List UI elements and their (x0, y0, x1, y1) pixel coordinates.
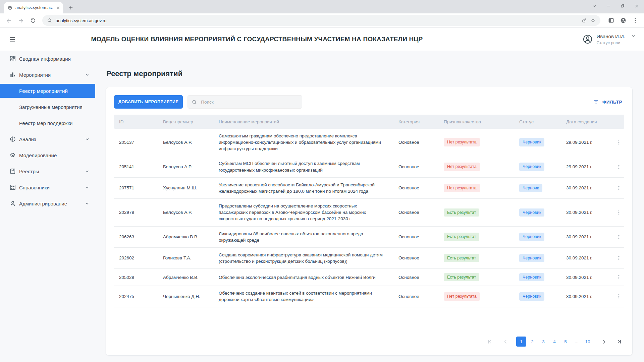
status-badge: Черновик (519, 208, 544, 217)
row-actions-button[interactable] (614, 292, 623, 301)
status-badge: Черновик (519, 273, 544, 282)
back-icon[interactable] (4, 16, 13, 25)
cell-event-name: Обеспечена экологическая реабилитация во… (219, 274, 398, 281)
row-actions-button[interactable] (614, 233, 623, 241)
pagination-last-page-button[interactable] (614, 337, 624, 347)
sidebar-item-summary-info[interactable]: Сводная информация (0, 51, 95, 67)
sidebar-item-analysis[interactable]: Анализ (0, 131, 95, 147)
page-button-3[interactable]: 3 (538, 337, 548, 347)
chevron-down-icon (85, 185, 90, 190)
add-event-button[interactable]: ДОБАВИТЬ МЕРОПРИЯТИЕ (114, 95, 183, 109)
table-header: IDВице-премьерНаименование мероприятийКа… (114, 115, 624, 129)
browser-tab[interactable]: analytics.system.ac... (4, 2, 63, 13)
new-tab-button[interactable] (68, 5, 74, 11)
sidebar-item-directories[interactable]: Справочники (0, 179, 95, 195)
row-actions-button[interactable] (614, 163, 623, 171)
browser-menu-icon[interactable] (632, 17, 639, 24)
forward-icon[interactable] (16, 16, 25, 25)
cell-vice-premier: Голикова Т.А. (163, 255, 219, 261)
chevron-down-icon[interactable] (631, 33, 636, 40)
sidebar-item-label: Анализ (19, 136, 36, 142)
user-avatar-icon (582, 34, 593, 45)
kebab-icon (616, 209, 622, 216)
sidebar-item-events-registry[interactable]: Реестр мероприятий (0, 84, 95, 98)
sidebar-item-label: Справочники (19, 185, 50, 190)
cell-date: 30.09.2021 г. (566, 209, 613, 216)
cell-vice-premier: Чернышенко Д.Н. (163, 293, 219, 300)
row-actions-button[interactable] (614, 273, 623, 282)
table-row: 206263Абрамченко В.В.Ликвидированы 88 на… (114, 227, 624, 248)
cell-category: Основное (398, 139, 444, 145)
app-title: МОДЕЛЬ ОЦЕНКИ ВЛИЯНИЯ МЕРОПРИЯТИЙ С ГОСУ… (19, 36, 495, 43)
user-menu[interactable]: Иванов И.И. Статус роли (495, 33, 636, 45)
column-header: ID (119, 119, 163, 124)
cell-id: 205141 (119, 164, 163, 170)
favicon-icon (7, 5, 13, 10)
cell-id: 202978 (119, 209, 163, 216)
page-button-4[interactable]: 4 (549, 337, 559, 347)
sidebar-item-modeling[interactable]: Моделирование (0, 147, 95, 163)
bookmark-icon (9, 168, 16, 175)
sidebar-item-label: Реестр мер поддержки (19, 120, 72, 126)
sidebar-item-label: Реестр мероприятий (19, 88, 68, 94)
cell-category: Основное (398, 255, 444, 261)
kebab-icon (616, 139, 622, 145)
page-button-2[interactable]: 2 (527, 337, 537, 347)
column-header: Дата создания (566, 119, 613, 124)
cell-event-name: Ликвидированы 88 наиболее опасных объект… (219, 231, 398, 243)
tab-close-icon[interactable] (56, 5, 60, 10)
window-minimize-icon[interactable] (606, 3, 611, 10)
sidebar-item-registries[interactable]: Реестры (0, 163, 95, 179)
row-actions-button[interactable] (614, 208, 623, 217)
pagination: 12345...10 (485, 337, 624, 347)
cell-date: 30.09.2021 г. (566, 234, 613, 240)
address-bar[interactable]: analytics.system.ac.gov.ru (42, 15, 600, 26)
quality-badge: Нет результата (444, 138, 480, 146)
pagination-first-page-button[interactable] (485, 337, 495, 347)
chevron-down-icon (85, 72, 90, 77)
cell-date: 30.09.2021 г. (566, 185, 613, 191)
filter-button[interactable]: ФИЛЬТР (591, 99, 624, 105)
user-icon (9, 200, 16, 207)
kebab-icon (616, 164, 622, 170)
cell-date: 29.09.2021 г. (566, 164, 613, 170)
reload-icon[interactable] (28, 16, 38, 25)
sidebar-item-events[interactable]: Мероприятия (0, 67, 95, 83)
chevron-down-icon (85, 201, 90, 206)
chevron-down-icon (85, 136, 90, 142)
browser-profile-icon[interactable] (620, 17, 627, 24)
user-name: Иванов И.И. (596, 34, 625, 39)
side-panel-icon[interactable] (608, 17, 614, 24)
window-restore-icon[interactable] (620, 3, 625, 10)
sidebar-item-support-measures-registry[interactable]: Реестр мер поддержки (0, 115, 95, 131)
row-actions-button[interactable] (614, 138, 623, 147)
menu-hamburger-icon[interactable] (5, 33, 19, 46)
sidebar-item-administration[interactable]: Администрирование (0, 195, 95, 212)
window-close-icon[interactable] (634, 3, 639, 10)
pagination-next-page-button[interactable] (599, 337, 609, 347)
share-icon[interactable] (582, 18, 587, 23)
search-input[interactable] (200, 99, 298, 105)
kebab-icon (616, 185, 622, 191)
table-row: 202602Голикова Т.А.Создана современная и… (114, 248, 624, 269)
quality-badge: Нет результата (444, 292, 480, 301)
table-row: 207571Хуснуллин М.Ш.Увеличение провозной… (114, 178, 624, 199)
page-button-10[interactable]: 10 (583, 337, 593, 347)
table-row: 202475Чернышенко Д.Н.Обеспечено создание… (114, 286, 624, 307)
cell-id: 205137 (119, 139, 163, 145)
page-button-1[interactable]: 1 (516, 337, 526, 347)
row-actions-button[interactable] (614, 254, 623, 262)
window-menu-chevron-icon[interactable] (592, 3, 597, 10)
table-row: 205028Абрамченко В.В.Обеспечена экологич… (114, 269, 624, 286)
kebab-icon (616, 234, 622, 240)
pagination-previous-page-button[interactable] (500, 337, 511, 347)
cell-event-name: Создана современная инфраструктура оказа… (219, 252, 398, 264)
page-button-5[interactable]: 5 (560, 337, 571, 347)
bookmark-star-icon[interactable] (590, 18, 596, 23)
sidebar-item-uploaded-events[interactable]: Загруженные мероприятия (0, 99, 95, 115)
quality-badge: Есть результат (444, 273, 479, 282)
status-badge: Черноик (519, 184, 542, 192)
filter-icon (593, 99, 599, 105)
row-actions-button[interactable] (614, 184, 623, 192)
layers-icon (9, 152, 16, 159)
